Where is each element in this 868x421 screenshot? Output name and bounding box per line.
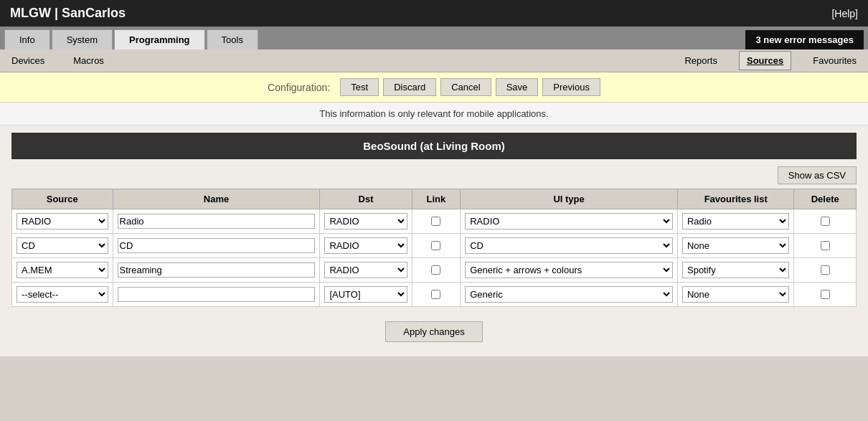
app-header: MLGW | SanCarlos [Help] xyxy=(0,0,868,27)
dst-select-3[interactable]: RADIO[AUTO] xyxy=(324,286,407,303)
col-delete: Delete xyxy=(794,189,857,209)
tab-programming[interactable]: Programming xyxy=(114,29,205,49)
sub-nav-favourites[interactable]: Favourites xyxy=(806,52,864,70)
save-button[interactable]: Save xyxy=(496,78,539,96)
tab-info[interactable]: Info xyxy=(4,29,50,49)
cancel-button[interactable]: Cancel xyxy=(440,78,491,96)
link-checkbox-0[interactable] xyxy=(431,217,440,226)
ui-type-select-2[interactable]: RADIOCDGeneric + arrows + coloursGeneric xyxy=(465,262,673,278)
table-row: RADIOCDA.MEM--select--RADIO[AUTO]RADIOCD… xyxy=(12,283,857,307)
favourites-select-3[interactable]: RadioNoneSpotify xyxy=(682,286,789,303)
previous-button[interactable]: Previous xyxy=(542,78,600,96)
section-title: BeoSound (at Living Room) xyxy=(11,133,857,159)
col-name: Name xyxy=(113,189,320,209)
source-select-3[interactable]: RADIOCDA.MEM--select-- xyxy=(16,286,108,303)
error-badge: 3 new error messages xyxy=(745,30,864,49)
name-input-2[interactable] xyxy=(118,262,316,278)
csv-row: Show as CSV xyxy=(11,166,857,184)
app-title: MLGW | SanCarlos xyxy=(10,6,126,21)
tab-tools[interactable]: Tools xyxy=(207,29,258,49)
info-text: This information is only relevant for mo… xyxy=(0,103,868,126)
name-input-0[interactable] xyxy=(118,214,316,229)
table-row: RADIOCDA.MEM--select--RADIO[AUTO]RADIOCD… xyxy=(12,209,857,234)
favourites-select-0[interactable]: RadioNoneSpotify xyxy=(682,213,789,230)
discard-button[interactable]: Discard xyxy=(383,78,436,96)
sub-nav-macros[interactable]: Macros xyxy=(66,52,111,70)
col-source: Source xyxy=(12,189,113,209)
sub-nav-reports[interactable]: Reports xyxy=(677,52,725,70)
source-select-0[interactable]: RADIOCDA.MEM--select-- xyxy=(16,213,108,230)
apply-row: Apply changes xyxy=(11,321,857,342)
ui-type-select-0[interactable]: RADIOCDGeneric + arrows + coloursGeneric xyxy=(465,213,673,230)
content-area: BeoSound (at Living Room) Show as CSV So… xyxy=(0,126,868,356)
test-button[interactable]: Test xyxy=(340,78,379,96)
table-row: RADIOCDA.MEM--select--RADIO[AUTO]RADIOCD… xyxy=(12,234,857,258)
source-select-2[interactable]: RADIOCDA.MEM--select-- xyxy=(16,262,108,278)
link-checkbox-3[interactable] xyxy=(431,290,440,299)
help-link[interactable]: [Help] xyxy=(831,8,858,19)
config-label: Configuration: xyxy=(268,82,330,93)
ui-type-select-1[interactable]: RADIOCDGeneric + arrows + coloursGeneric xyxy=(465,237,673,254)
main-nav: Info System Programming Tools 3 new erro… xyxy=(0,27,868,49)
dst-select-1[interactable]: RADIO[AUTO] xyxy=(324,237,407,254)
config-bar: Configuration: Test Discard Cancel Save … xyxy=(0,72,868,103)
apply-changes-button[interactable]: Apply changes xyxy=(385,321,482,342)
col-ui-type: UI type xyxy=(461,189,678,209)
delete-checkbox-3[interactable] xyxy=(821,290,830,299)
sub-nav-devices[interactable]: Devices xyxy=(4,52,52,70)
delete-checkbox-2[interactable] xyxy=(821,265,830,275)
source-select-1[interactable]: RADIOCDA.MEM--select-- xyxy=(16,237,108,254)
name-input-3[interactable] xyxy=(118,287,316,302)
dst-select-0[interactable]: RADIO[AUTO] xyxy=(324,213,407,230)
delete-checkbox-0[interactable] xyxy=(821,217,830,226)
tab-system[interactable]: System xyxy=(52,29,113,49)
dst-select-2[interactable]: RADIO[AUTO] xyxy=(324,262,407,278)
col-dst: Dst xyxy=(320,189,412,209)
col-link: Link xyxy=(412,189,461,209)
delete-checkbox-1[interactable] xyxy=(821,241,830,250)
favourites-select-1[interactable]: RadioNoneSpotify xyxy=(682,237,789,254)
link-checkbox-2[interactable] xyxy=(431,265,440,275)
show-csv-button[interactable]: Show as CSV xyxy=(778,166,857,184)
link-checkbox-1[interactable] xyxy=(431,241,440,250)
name-input-1[interactable] xyxy=(118,238,316,253)
table-row: RADIOCDA.MEM--select--RADIO[AUTO]RADIOCD… xyxy=(12,258,857,283)
col-favourites: Favourites list xyxy=(677,189,793,209)
sources-table: Source Name Dst Link UI type Favourites … xyxy=(11,189,857,307)
sub-nav-sources[interactable]: Sources xyxy=(739,51,791,70)
favourites-select-2[interactable]: RadioNoneSpotify xyxy=(682,262,789,278)
ui-type-select-3[interactable]: RADIOCDGeneric + arrows + coloursGeneric xyxy=(465,286,673,303)
sub-nav: Devices Macros Reports Sources Favourite… xyxy=(0,49,868,72)
